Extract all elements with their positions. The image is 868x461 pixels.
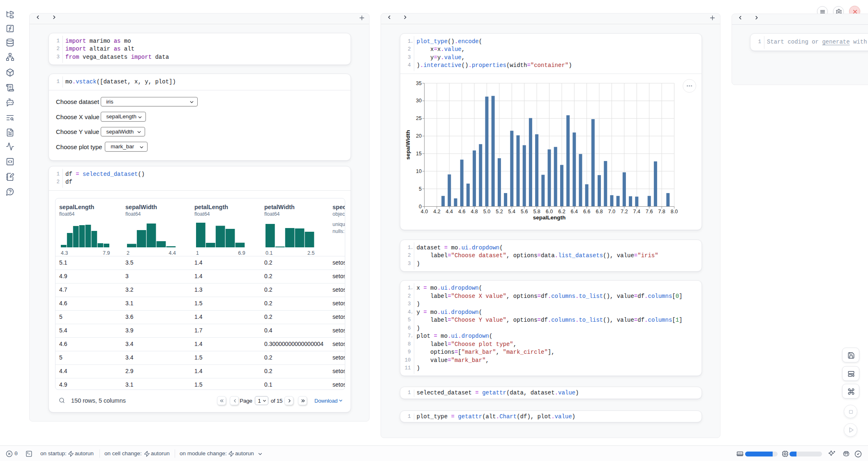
svg-text:6.8: 6.8 xyxy=(596,209,603,214)
svg-text:7.0: 7.0 xyxy=(608,209,615,214)
svg-text:7.2: 7.2 xyxy=(621,209,628,214)
svg-text:5.4: 5.4 xyxy=(508,209,515,214)
svg-text:sepalLength: sepalLength xyxy=(533,214,566,221)
svg-text:10: 10 xyxy=(416,168,422,174)
svg-text:7.8: 7.8 xyxy=(658,209,665,214)
svg-text:5.8: 5.8 xyxy=(533,209,540,214)
svg-text:5.2: 5.2 xyxy=(496,209,503,214)
svg-text:15: 15 xyxy=(416,151,422,157)
svg-text:4.8: 4.8 xyxy=(471,209,478,214)
svg-text:30: 30 xyxy=(416,98,422,104)
svg-text:6.0: 6.0 xyxy=(545,209,552,214)
svg-text:20: 20 xyxy=(416,133,422,139)
svg-text:7.6: 7.6 xyxy=(646,209,653,214)
svg-text:4.2: 4.2 xyxy=(433,209,440,214)
svg-text:8.0: 8.0 xyxy=(670,209,677,214)
svg-text:4.4: 4.4 xyxy=(446,209,452,214)
svg-text:7.4: 7.4 xyxy=(633,209,640,214)
svg-text:5.6: 5.6 xyxy=(521,209,528,214)
svg-text:35: 35 xyxy=(416,81,422,86)
svg-text:5: 5 xyxy=(419,186,422,192)
svg-text:6.6: 6.6 xyxy=(583,209,590,214)
svg-text:6.2: 6.2 xyxy=(558,209,565,214)
svg-text:25: 25 xyxy=(416,115,422,121)
svg-text:sepalWidth: sepalWidth xyxy=(404,130,411,160)
svg-text:4.0: 4.0 xyxy=(420,209,427,214)
svg-text:4.6: 4.6 xyxy=(458,209,465,214)
svg-text:6.4: 6.4 xyxy=(570,209,577,214)
svg-text:5.0: 5.0 xyxy=(483,209,490,214)
